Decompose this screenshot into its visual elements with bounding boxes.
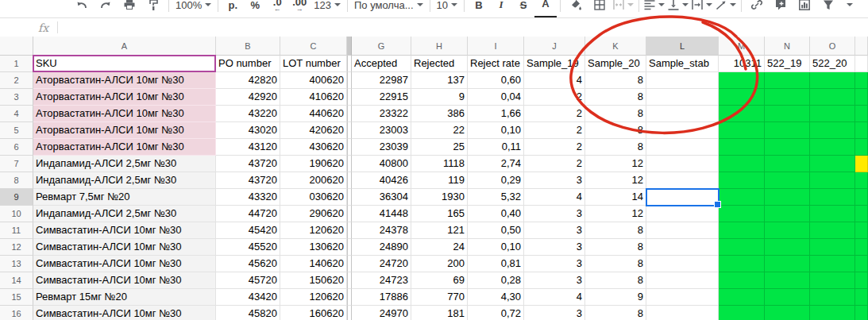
redo-button[interactable] bbox=[94, 0, 118, 17]
format-percent-button[interactable]: % bbox=[244, 0, 266, 17]
cell-O4[interactable] bbox=[810, 106, 855, 122]
cell-O16[interactable] bbox=[810, 306, 855, 320]
cell-A7[interactable]: Индапамид-АЛСИ 2,5мг №30 bbox=[33, 156, 216, 172]
bold-button[interactable]: B bbox=[468, 0, 490, 17]
cell-B14[interactable]: 45720 bbox=[216, 272, 280, 289]
cell-G15[interactable]: 17886 bbox=[352, 289, 411, 306]
cell-I4[interactable]: 1,66 bbox=[468, 106, 524, 122]
cell-O9[interactable] bbox=[810, 189, 855, 206]
cell-I16[interactable]: 0,72 bbox=[468, 306, 524, 320]
cell-O10[interactable] bbox=[810, 206, 855, 222]
cell-L7[interactable] bbox=[646, 156, 719, 172]
cell-K11[interactable]: 8 bbox=[585, 222, 646, 239]
cell-B13[interactable]: 45620 bbox=[216, 256, 280, 272]
cell-M2[interactable] bbox=[719, 72, 765, 89]
cell-H8[interactable]: 119 bbox=[411, 172, 468, 189]
cell-J2[interactable]: 4 bbox=[524, 72, 585, 89]
cell-P7[interactable] bbox=[855, 156, 868, 172]
cell-P1[interactable] bbox=[855, 56, 868, 72]
cell-A15[interactable]: Ревмарт 15мг №20 bbox=[33, 289, 216, 306]
cell-L1[interactable]: Sample_stab bbox=[646, 56, 719, 72]
cell-M12[interactable] bbox=[719, 239, 765, 256]
cell-L8[interactable] bbox=[646, 172, 719, 189]
cell-O3[interactable] bbox=[810, 89, 855, 106]
cell-O2[interactable] bbox=[810, 72, 855, 89]
cell-P14[interactable] bbox=[855, 272, 868, 289]
cell-I10[interactable]: 0,40 bbox=[468, 206, 524, 222]
cell-J1[interactable]: Sample_19 bbox=[524, 56, 585, 72]
cell-P4[interactable] bbox=[855, 106, 868, 122]
row-header-5[interactable]: 5 bbox=[0, 122, 33, 139]
text-rotation-button[interactable] bbox=[714, 0, 738, 17]
column-header-partial[interactable] bbox=[855, 37, 868, 56]
cell-H10[interactable]: 165 bbox=[411, 206, 468, 222]
cell-I9[interactable]: 5,32 bbox=[468, 189, 524, 206]
cell-L15[interactable] bbox=[646, 289, 719, 306]
cell-J11[interactable]: 3 bbox=[524, 222, 585, 239]
text-color-button[interactable]: A bbox=[534, 0, 557, 18]
cell-G4[interactable]: 23322 bbox=[352, 106, 411, 122]
cell-A16[interactable]: Симвастатин-АЛСИ 10мг №30 bbox=[33, 306, 216, 320]
zoom-select[interactable]: 100% bbox=[172, 0, 214, 17]
cell-I11[interactable]: 0,50 bbox=[468, 222, 524, 239]
cell-G16[interactable]: 24970 bbox=[352, 306, 411, 320]
cell-J9[interactable]: 4 bbox=[524, 189, 585, 206]
cell-O8[interactable] bbox=[810, 172, 855, 189]
cell-B10[interactable]: 44720 bbox=[216, 206, 280, 222]
row-header-10[interactable]: 10 bbox=[0, 206, 33, 222]
cell-K9[interactable]: 14 bbox=[585, 189, 646, 206]
cell-G8[interactable]: 40426 bbox=[352, 172, 411, 189]
cell-N16[interactable] bbox=[765, 306, 810, 320]
cell-I14[interactable]: 0,28 bbox=[468, 272, 524, 289]
cell-O14[interactable] bbox=[810, 272, 855, 289]
cell-K8[interactable]: 12 bbox=[585, 172, 646, 189]
cell-A1[interactable]: SKU bbox=[33, 56, 216, 72]
column-header-A[interactable]: A bbox=[33, 37, 216, 56]
cell-C1[interactable]: LOT number bbox=[280, 56, 347, 72]
insert-link-button[interactable] bbox=[745, 0, 769, 17]
cell-P10[interactable] bbox=[855, 206, 868, 222]
borders-button[interactable] bbox=[588, 0, 611, 17]
font-family-select[interactable]: По умолча... bbox=[351, 0, 426, 17]
cell-H11[interactable]: 121 bbox=[411, 222, 468, 239]
cell-H7[interactable]: 1118 bbox=[411, 156, 468, 172]
cell-O11[interactable] bbox=[810, 222, 855, 239]
cell-O7[interactable] bbox=[810, 156, 855, 172]
cell-B4[interactable]: 43220 bbox=[216, 106, 280, 122]
cell-B11[interactable]: 45420 bbox=[216, 222, 280, 239]
cell-N4[interactable] bbox=[765, 106, 810, 122]
column-header-O[interactable]: O bbox=[810, 37, 855, 56]
cell-B6[interactable]: 43120 bbox=[216, 139, 280, 156]
cell-M1[interactable]: 10311 bbox=[719, 56, 765, 72]
cell-B8[interactable]: 43720 bbox=[216, 172, 280, 189]
strikethrough-button[interactable]: S bbox=[512, 0, 534, 17]
cell-B1[interactable]: PO number bbox=[216, 56, 280, 72]
cell-M11[interactable] bbox=[719, 222, 765, 239]
decrease-decimal-button[interactable]: .0← bbox=[266, 0, 288, 17]
cell-G13[interactable]: 24720 bbox=[352, 256, 411, 272]
cell-A2[interactable]: Аторвастатин-АЛСИ 10мг №30 bbox=[33, 72, 216, 89]
cell-K15[interactable]: 9 bbox=[585, 289, 646, 306]
cell-P2[interactable] bbox=[855, 72, 868, 89]
cell-A11[interactable]: Симвастатин-АЛСИ 10мг №30 bbox=[33, 222, 216, 239]
cell-M9[interactable] bbox=[719, 189, 765, 206]
cell-J6[interactable]: 2 bbox=[524, 139, 585, 156]
format-currency-ruble-button[interactable]: р. bbox=[222, 0, 244, 17]
cell-L4[interactable] bbox=[646, 106, 719, 122]
cell-P8[interactable] bbox=[855, 172, 868, 189]
cell-B9[interactable]: 43320 bbox=[216, 189, 280, 206]
cell-J13[interactable]: 3 bbox=[524, 256, 585, 272]
cell-C5[interactable]: 420620 bbox=[280, 122, 347, 139]
cell-G9[interactable]: 36304 bbox=[352, 189, 411, 206]
cell-A10[interactable]: Индапамид-АЛСИ 2,5мг №30 bbox=[33, 206, 216, 222]
cell-J3[interactable]: 2 bbox=[524, 89, 585, 106]
cell-N12[interactable] bbox=[765, 239, 810, 256]
horizontal-align-button[interactable] bbox=[642, 0, 666, 17]
column-header-I[interactable]: I bbox=[468, 37, 524, 56]
cell-N5[interactable] bbox=[765, 122, 810, 139]
row-header-15[interactable]: 15 bbox=[0, 289, 33, 306]
merge-cells-button[interactable] bbox=[611, 0, 635, 17]
cell-B3[interactable]: 42920 bbox=[216, 89, 280, 106]
column-header-G[interactable]: G bbox=[352, 37, 411, 56]
cell-O15[interactable] bbox=[810, 289, 855, 306]
